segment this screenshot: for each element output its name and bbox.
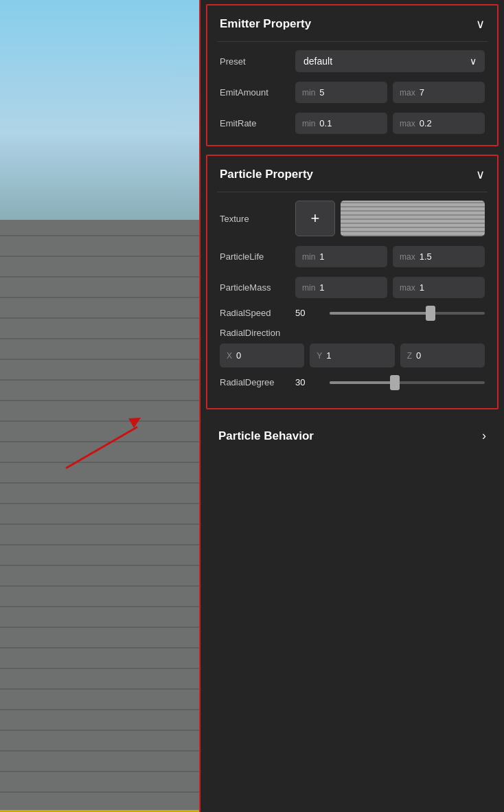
texture-add-button[interactable]: + (295, 201, 335, 236)
particle-life-inputs: min 1 max 1.5 (295, 246, 485, 267)
preset-label: Preset (220, 56, 295, 67)
particle-behavior-section[interactable]: Particle Behavior › (206, 416, 499, 455)
texture-preview (341, 201, 485, 236)
particle-behavior-title: Particle Behavior (218, 429, 314, 443)
emit-amount-inputs: min 5 max 7 (295, 82, 485, 103)
radial-direction-z-value: 0 (416, 350, 421, 361)
emit-rate-row: EmitRate min 0.1 max 0.2 (220, 113, 485, 134)
emit-rate-min-value: 0.1 (319, 118, 332, 128)
emitter-property-title: Emitter Property (220, 17, 311, 31)
emit-rate-max-input[interactable]: max 0.2 (393, 113, 485, 134)
radial-degree-row: RadialDegree 30 (220, 377, 485, 387)
particle-life-max-value: 1.5 (420, 251, 432, 262)
particle-life-max-input[interactable]: max 1.5 (393, 246, 485, 267)
particle-life-max-prefix: max (400, 252, 415, 262)
arrow-line (65, 426, 137, 469)
dropdown-chevron-icon: ∨ (470, 56, 477, 67)
emit-amount-min-input[interactable]: min 5 (295, 82, 387, 103)
radial-direction-y-input[interactable]: Y 1 (310, 343, 394, 368)
emit-amount-max-value: 7 (420, 87, 424, 98)
preset-value: default (303, 56, 332, 67)
y-label: Y (317, 351, 322, 361)
particle-life-min-input[interactable]: min 1 (295, 246, 387, 267)
radial-direction-label-row: RadialDirection (220, 328, 485, 338)
radial-degree-label: RadialDegree (220, 377, 295, 387)
particle-property-section: Particle Property ∨ Texture + ParticleLi… (206, 155, 499, 409)
preset-row: Preset default ∨ (220, 50, 485, 72)
emit-amount-label: EmitAmount (220, 87, 295, 98)
arrow-head (128, 413, 144, 428)
radial-speed-value: 50 (295, 308, 323, 318)
particle-property-chevron[interactable]: ∨ (476, 167, 485, 182)
emit-amount-row: EmitAmount min 5 max 7 (220, 82, 485, 103)
particle-life-label: ParticleLife (220, 251, 295, 262)
particle-life-row: ParticleLife min 1 max 1.5 (220, 246, 485, 267)
viewport (0, 0, 199, 812)
wall-background (0, 220, 199, 812)
emit-amount-max-input[interactable]: max 7 (393, 82, 485, 103)
emit-rate-min-prefix: min (302, 119, 315, 128)
particle-property-header[interactable]: Particle Property ∨ (207, 156, 497, 192)
emit-amount-max-prefix: max (400, 88, 415, 98)
radial-direction-x-value: 0 (236, 350, 241, 361)
z-label: Z (407, 351, 412, 361)
radial-direction-x-input[interactable]: X 0 (220, 343, 304, 368)
panel-spacer (201, 455, 504, 812)
particle-mass-max-value: 1 (420, 282, 424, 293)
radial-degree-slider[interactable] (330, 381, 485, 384)
plus-icon: + (311, 210, 320, 227)
radial-speed-row: RadialSpeed 50 (220, 308, 485, 318)
particle-mass-min-input[interactable]: min 1 (295, 277, 387, 298)
emit-rate-inputs: min 0.1 max 0.2 (295, 113, 485, 134)
texture-row: Texture + (220, 201, 485, 236)
radial-direction-xyz-row: X 0 Y 1 Z 0 (220, 343, 485, 368)
particle-property-title: Particle Property (220, 168, 313, 181)
radial-direction-y-value: 1 (326, 350, 331, 361)
emit-rate-max-prefix: max (400, 119, 415, 128)
radial-speed-fill (330, 312, 431, 315)
radial-speed-label: RadialSpeed (220, 308, 295, 318)
radial-degree-thumb[interactable] (390, 375, 400, 390)
particle-property-content: Texture + ParticleLife min 1 max 1.5 (207, 192, 497, 408)
particle-mass-inputs: min 1 max 1 (295, 277, 485, 298)
emit-rate-max-value: 0.2 (420, 118, 432, 128)
radial-degree-fill (330, 381, 395, 384)
particle-behavior-chevron[interactable]: › (482, 429, 486, 443)
radial-direction-z-input[interactable]: Z 0 (400, 343, 485, 368)
radial-degree-value: 30 (295, 377, 323, 387)
radial-speed-thumb[interactable] (426, 306, 435, 321)
emitter-property-chevron[interactable]: ∨ (476, 16, 485, 32)
texture-label: Texture (220, 214, 295, 224)
particle-mass-min-prefix: min (302, 283, 315, 293)
emitter-property-section: Emitter Property ∨ Preset default ∨ Emit… (206, 4, 499, 146)
particle-life-min-value: 1 (319, 251, 324, 262)
emit-rate-label: EmitRate (220, 118, 295, 128)
preset-dropdown[interactable]: default ∨ (295, 50, 485, 72)
emit-rate-min-input[interactable]: min 0.1 (295, 113, 387, 134)
radial-direction-label: RadialDirection (220, 328, 485, 338)
particle-mass-row: ParticleMass min 1 max 1 (220, 277, 485, 298)
emit-amount-min-prefix: min (302, 88, 315, 98)
particle-life-min-prefix: min (302, 252, 315, 262)
particle-mass-label: ParticleMass (220, 282, 295, 293)
particle-mass-min-value: 1 (319, 282, 324, 293)
properties-panel: Emitter Property ∨ Preset default ∨ Emit… (199, 0, 504, 812)
emitter-property-header[interactable]: Emitter Property ∨ (207, 5, 497, 41)
emitter-property-content: Preset default ∨ EmitAmount min 5 max 7 (207, 42, 497, 145)
x-label: X (227, 351, 232, 361)
particle-mass-max-input[interactable]: max 1 (393, 277, 485, 298)
emit-amount-min-value: 5 (319, 87, 324, 98)
sky-background (0, 0, 199, 220)
radial-speed-slider[interactable] (330, 312, 485, 315)
particle-mass-max-prefix: max (400, 283, 415, 293)
